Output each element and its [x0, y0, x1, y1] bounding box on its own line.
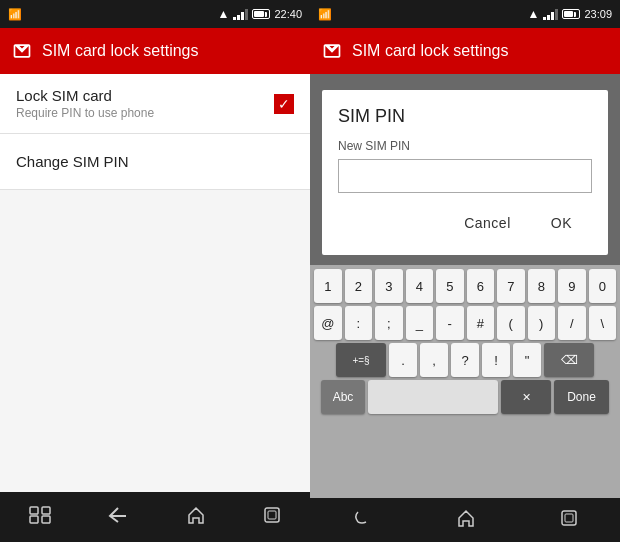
- key-4[interactable]: 4: [406, 269, 434, 303]
- left-title-bar: SIM card lock settings: [0, 28, 310, 74]
- key-1[interactable]: 1: [314, 269, 342, 303]
- key-space[interactable]: [368, 380, 498, 414]
- keyboard-row-symbols: @ : ; _ - # ( ) / \: [314, 306, 616, 340]
- right-title-bar: SIM card lock settings: [310, 28, 620, 74]
- dialog-label: New SIM PIN: [338, 139, 592, 153]
- key-7[interactable]: 7: [497, 269, 525, 303]
- key-5[interactable]: 5: [436, 269, 464, 303]
- key-colon[interactable]: :: [345, 306, 373, 340]
- cancel-button[interactable]: Cancel: [444, 207, 531, 239]
- right-sim-lock-icon: [322, 41, 342, 61]
- left-status-right: ▲ 22:40: [218, 7, 302, 21]
- left-time: 22:40: [274, 8, 302, 20]
- left-bottom-nav: [0, 492, 310, 542]
- back-button-right[interactable]: [336, 502, 388, 539]
- back-button-left[interactable]: [92, 498, 144, 537]
- new-sim-pin-input[interactable]: [338, 159, 592, 193]
- home-button-left[interactable]: [170, 497, 222, 538]
- left-content: Lock SIM card Require PIN to use phone ✓…: [0, 74, 310, 492]
- dialog-overlay: SIM PIN New SIM PIN Cancel OK: [310, 74, 620, 265]
- svg-rect-6: [268, 511, 276, 519]
- change-sim-pin-title: Change SIM PIN: [16, 153, 129, 170]
- right-status-icons: 📶: [318, 8, 332, 21]
- key-backspace[interactable]: ⌫: [544, 343, 594, 377]
- sim-pin-dialog: SIM PIN New SIM PIN Cancel OK: [322, 90, 608, 255]
- right-battery-icon: [562, 9, 580, 19]
- left-status-icons: 📶: [8, 8, 22, 21]
- key-wrench[interactable]: ✕: [501, 380, 551, 414]
- right-bottom-nav: [310, 498, 620, 542]
- right-status-right: ▲ 23:09: [528, 7, 612, 21]
- svg-rect-5: [265, 508, 279, 522]
- keyboard-row-bottom: Abc ✕ Done: [314, 380, 616, 414]
- change-sim-pin-item[interactable]: Change SIM PIN: [0, 134, 310, 190]
- sim-lock-icon: [12, 41, 32, 61]
- left-title: SIM card lock settings: [42, 42, 199, 60]
- right-time: 23:09: [584, 8, 612, 20]
- key-hash[interactable]: #: [467, 306, 495, 340]
- key-backslash[interactable]: \: [589, 306, 617, 340]
- right-sim-icon: 📶: [318, 8, 332, 21]
- wifi-icon: ▲: [218, 7, 230, 21]
- home-button-right[interactable]: [440, 500, 492, 541]
- key-rparen[interactable]: ): [528, 306, 556, 340]
- sim-icon: 📶: [8, 8, 22, 21]
- svg-rect-7: [562, 511, 576, 525]
- key-question[interactable]: ?: [451, 343, 479, 377]
- recent-apps-button[interactable]: [13, 498, 67, 537]
- right-screen: 📶 ▲ 23:09 SIM card lock settings SIM P: [310, 0, 620, 542]
- key-quote[interactable]: ": [513, 343, 541, 377]
- key-comma[interactable]: ,: [420, 343, 448, 377]
- recents-button-left[interactable]: [247, 498, 297, 537]
- key-3[interactable]: 3: [375, 269, 403, 303]
- svg-rect-8: [565, 514, 573, 522]
- key-abc[interactable]: Abc: [321, 380, 365, 414]
- key-2[interactable]: 2: [345, 269, 373, 303]
- key-period[interactable]: .: [389, 343, 417, 377]
- dialog-buttons: Cancel OK: [338, 207, 592, 239]
- svg-rect-0: [30, 507, 38, 514]
- key-exclaim[interactable]: !: [482, 343, 510, 377]
- key-semicolon[interactable]: ;: [375, 306, 403, 340]
- key-dash[interactable]: -: [436, 306, 464, 340]
- lock-sim-item[interactable]: Lock SIM card Require PIN to use phone ✓: [0, 74, 310, 134]
- right-status-bar: 📶 ▲ 23:09: [310, 0, 620, 28]
- right-battery-tip: [574, 12, 576, 17]
- battery-level: [254, 11, 263, 17]
- ok-button[interactable]: OK: [531, 207, 592, 239]
- battery-tip: [265, 12, 267, 17]
- key-8[interactable]: 8: [528, 269, 556, 303]
- lock-sim-title: Lock SIM card: [16, 87, 154, 104]
- lock-sim-text: Lock SIM card Require PIN to use phone: [16, 87, 154, 120]
- lock-sim-subtitle: Require PIN to use phone: [16, 106, 154, 120]
- right-title: SIM card lock settings: [352, 42, 509, 60]
- keyboard: 1 2 3 4 5 6 7 8 9 0 @ : ; _ - # ( ) / \ …: [310, 265, 620, 498]
- key-slash[interactable]: /: [558, 306, 586, 340]
- key-9[interactable]: 9: [558, 269, 586, 303]
- svg-rect-3: [42, 516, 50, 523]
- battery-icon: [252, 9, 270, 19]
- right-wifi-icon: ▲: [528, 7, 540, 21]
- keyboard-row-numbers: 1 2 3 4 5 6 7 8 9 0: [314, 269, 616, 303]
- dialog-title: SIM PIN: [338, 106, 592, 127]
- lock-sim-checkbox[interactable]: ✓: [274, 94, 294, 114]
- left-status-bar: 📶 ▲ 22:40: [0, 0, 310, 28]
- right-signal-icon: [543, 8, 558, 20]
- svg-rect-2: [30, 516, 38, 523]
- key-symbols-toggle[interactable]: +=§: [336, 343, 386, 377]
- right-battery-level: [564, 11, 573, 17]
- key-lparen[interactable]: (: [497, 306, 525, 340]
- svg-rect-1: [42, 507, 50, 514]
- key-0[interactable]: 0: [589, 269, 617, 303]
- signal-icon: [233, 8, 248, 20]
- left-screen: 📶 ▲ 22:40 SIM card lock settings: [0, 0, 310, 542]
- key-at[interactable]: @: [314, 306, 342, 340]
- recents-button-right[interactable]: [544, 501, 594, 540]
- key-underscore[interactable]: _: [406, 306, 434, 340]
- key-done[interactable]: Done: [554, 380, 609, 414]
- keyboard-row-more: +=§ . , ? ! " ⌫: [314, 343, 616, 377]
- key-6[interactable]: 6: [467, 269, 495, 303]
